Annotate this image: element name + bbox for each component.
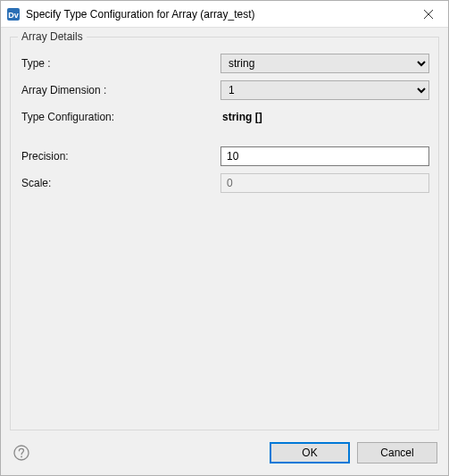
cancel-button[interactable]: Cancel [357,442,437,463]
app-icon: Dv [6,7,21,21]
type-configuration-value: string [] [220,111,262,123]
svg-point-5 [21,456,22,458]
precision-label: Precision: [20,150,220,163]
group-title: Array Details [18,30,87,43]
type-label: Type : [20,57,220,70]
type-configuration-label: Type Configuration: [20,111,220,123]
button-bar: OK Cancel [1,430,448,475]
title-bar: Dv Specify Type Configuration for Array … [1,1,448,28]
content-area: Array Details Type : string Array Dimens… [1,28,448,430]
svg-point-4 [14,446,29,460]
type-select[interactable]: string [220,54,429,73]
array-dimension-label: Array Dimension : [20,84,220,96]
array-details-group: Array Details Type : string Array Dimens… [10,37,439,430]
ok-button[interactable]: OK [270,442,350,463]
svg-text:Dv: Dv [8,11,19,20]
window-title: Specify Type Configuration for Array (ar… [26,8,408,21]
scale-label: Scale: [20,177,220,189]
array-dimension-select[interactable]: 1 [220,80,429,100]
close-button[interactable] [408,1,448,27]
dialog-window: Dv Specify Type Configuration for Array … [0,0,449,476]
scale-input [220,173,429,193]
help-button[interactable] [12,443,31,463]
precision-input[interactable] [220,146,429,166]
